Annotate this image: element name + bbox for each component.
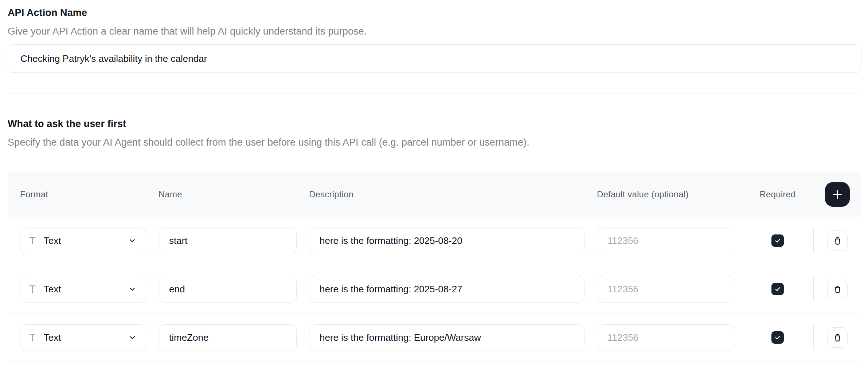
row-actions-divider (813, 277, 814, 301)
delete-row-button[interactable] (827, 327, 848, 348)
user-inputs-description: Specify the data your AI Agent should co… (8, 135, 861, 149)
param-name-input[interactable] (159, 276, 297, 303)
column-header-default-value: Default value (optional) (597, 189, 742, 200)
api-name-description: Give your API Action a clear name that w… (8, 24, 861, 38)
api-name-input[interactable] (8, 44, 861, 73)
param-name-input[interactable] (159, 228, 297, 254)
letter-T-icon: T (29, 332, 36, 343)
default-value-input[interactable] (597, 324, 734, 351)
format-select[interactable]: T Text (20, 276, 146, 303)
checkmark-icon (774, 334, 781, 341)
column-header-name: Name (159, 189, 309, 200)
delete-row-button[interactable] (827, 279, 848, 299)
add-parameter-button[interactable] (825, 182, 850, 207)
letter-T-icon: T (29, 284, 36, 295)
parameters-table: Format Name Description Default value (o… (8, 172, 861, 362)
column-header-required: Required (760, 189, 796, 200)
column-header-description: Description (309, 189, 597, 200)
format-select[interactable]: T Text (20, 324, 146, 351)
trash-icon (833, 236, 842, 246)
parameter-rows: T Text (8, 217, 861, 362)
section-divider (8, 94, 861, 94)
required-checkbox[interactable] (771, 234, 784, 247)
default-value-input[interactable] (597, 276, 734, 303)
checkmark-icon (774, 285, 781, 293)
api-name-title: API Action Name (8, 6, 861, 20)
delete-row-button[interactable] (827, 230, 848, 251)
api-action-form: API Action Name Give your API Action a c… (0, 0, 868, 362)
user-inputs-section: What to ask the user first Specify the d… (8, 117, 861, 362)
format-select[interactable]: T Text (20, 228, 146, 254)
checkmark-icon (774, 237, 781, 244)
parameters-table-header: Format Name Description Default value (o… (8, 172, 861, 217)
format-select-value: Text (44, 235, 61, 246)
user-inputs-title: What to ask the user first (8, 117, 861, 131)
parameter-row: T Text (8, 217, 861, 265)
letter-T-icon: T (29, 236, 36, 246)
api-name-section: API Action Name Give your API Action a c… (8, 6, 861, 73)
trash-icon (833, 284, 842, 294)
param-description-input[interactable] (309, 228, 584, 254)
param-description-input[interactable] (309, 276, 584, 303)
chevron-down-icon (128, 333, 137, 342)
column-header-format: Format (20, 189, 159, 200)
trash-icon (833, 333, 842, 343)
required-checkbox[interactable] (771, 331, 784, 344)
default-value-input[interactable] (597, 228, 734, 254)
param-name-input[interactable] (159, 324, 297, 351)
parameter-row: T Text (8, 313, 861, 362)
format-select-value: Text (44, 284, 61, 295)
parameter-row: T Text (8, 265, 861, 313)
required-checkbox[interactable] (771, 283, 784, 295)
param-description-input[interactable] (309, 324, 584, 351)
chevron-down-icon (128, 236, 137, 245)
row-actions-divider (813, 228, 814, 253)
plus-icon (831, 188, 844, 201)
chevron-down-icon (128, 284, 137, 294)
row-actions-divider (813, 325, 814, 350)
format-select-value: Text (44, 332, 61, 343)
